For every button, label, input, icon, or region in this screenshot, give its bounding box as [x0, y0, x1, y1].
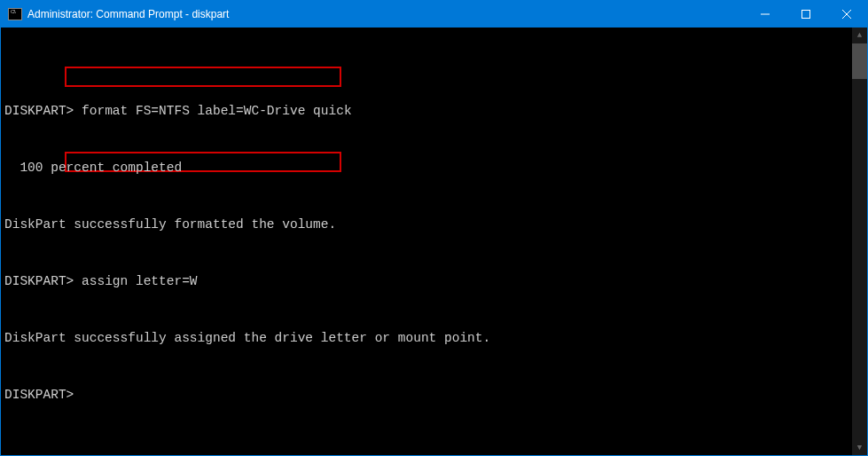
terminal-line: DISKPART> assign letter=W [4, 274, 848, 288]
cmd-icon: C:\ [8, 8, 22, 20]
command-text: format FS=NTFS label=WC-Drive quick [74, 104, 351, 118]
titlebar[interactable]: C:\ Administrator: Command Prompt - disk… [1, 1, 867, 28]
maximize-button[interactable] [786, 1, 826, 28]
prompt: DISKPART> [4, 274, 74, 288]
terminal-line: 100 percent completed [4, 161, 848, 175]
terminal-area: DISKPART> format FS=NTFS label=WC-Drive … [1, 28, 867, 455]
terminal-line: DiskPart successfully assigned the drive… [4, 331, 848, 345]
prompt: DISKPART> [4, 104, 74, 118]
terminal-line: DISKPART> format FS=NTFS label=WC-Drive … [4, 104, 848, 118]
highlight-format-command [65, 67, 341, 87]
close-button[interactable] [826, 1, 867, 28]
minimize-button[interactable] [745, 1, 786, 28]
vertical-scrollbar[interactable]: ▲ ▼ [852, 28, 867, 455]
terminal-line: DISKPART> [4, 388, 848, 402]
window-title: Administrator: Command Prompt - diskpart [27, 8, 745, 20]
terminal-line: DiskPart successfully formatted the volu… [4, 217, 848, 232]
window-controls [745, 1, 867, 28]
svg-rect-1 [802, 11, 810, 19]
scroll-up-arrow-icon[interactable]: ▲ [852, 28, 867, 43]
scroll-thumb[interactable] [852, 43, 867, 79]
scroll-down-arrow-icon[interactable]: ▼ [852, 440, 867, 455]
terminal-output[interactable]: DISKPART> format FS=NTFS label=WC-Drive … [1, 28, 852, 455]
command-text: assign letter=W [74, 274, 197, 288]
command-prompt-window: C:\ Administrator: Command Prompt - disk… [0, 0, 868, 456]
